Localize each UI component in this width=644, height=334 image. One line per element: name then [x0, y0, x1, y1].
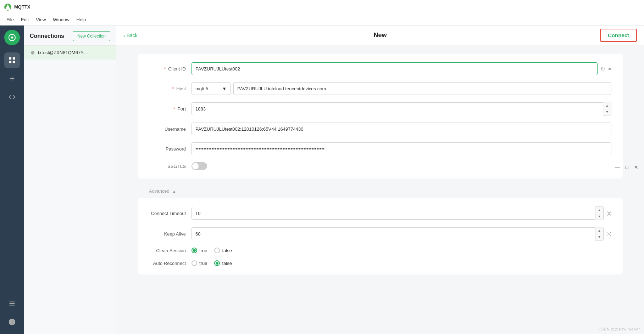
auto-reconnect-row: Auto Reconnect true false	[149, 260, 611, 266]
sidebar-item-add[interactable]	[4, 71, 20, 86]
toggle-knob	[192, 163, 199, 169]
keep-alive-row: Keep Alive ▲ ▼ (s)	[149, 227, 611, 240]
chevron-down-icon: ▼	[222, 86, 227, 91]
app-body: Connections New Collection txtest@ZXN81Q…	[0, 26, 644, 334]
refresh-icon[interactable]: ↻	[600, 66, 605, 72]
clean-session-true-radio[interactable]	[191, 248, 197, 253]
menubar: File Edit View Window Help	[0, 14, 644, 26]
keep-alive-input-group: ▲ ▼	[191, 227, 604, 240]
auto-reconnect-false-option[interactable]: false	[214, 260, 232, 266]
port-input[interactable]	[191, 102, 603, 115]
auto-reconnect-radio-group: true false	[191, 260, 232, 266]
clean-session-false-option[interactable]: false	[214, 248, 232, 253]
password-row: Password	[149, 142, 611, 155]
menu-window[interactable]: Window	[49, 16, 73, 24]
maximize-icon[interactable]: □	[626, 164, 628, 170]
sidebar-item-templates[interactable]	[4, 296, 20, 311]
clean-session-true-label: true	[199, 248, 207, 253]
ssl-tls-toggle[interactable]	[191, 162, 207, 170]
back-label: Back	[127, 33, 138, 38]
app-title: MQTTX	[14, 4, 30, 10]
minimize-icon[interactable]: —	[615, 164, 620, 170]
top-bar: ‹ Back New Connect	[116, 26, 644, 45]
ssl-tls-label: SSL/TLS	[149, 164, 191, 169]
svg-rect-0	[9, 57, 11, 60]
auto-reconnect-false-radio[interactable]	[214, 260, 220, 266]
host-input[interactable]	[233, 82, 611, 95]
advanced-section-header[interactable]: Advanced ▲	[138, 184, 623, 198]
username-label: Username	[149, 126, 191, 132]
new-collection-button[interactable]: New Collection	[73, 31, 110, 41]
password-input[interactable]	[191, 142, 611, 155]
page-title: New	[373, 32, 387, 39]
connect-timeout-input-group: ▲ ▼	[191, 206, 604, 220]
advanced-label: Advanced	[149, 188, 170, 194]
connection-item[interactable]: txtest@ZXN81QM67Y...	[24, 46, 116, 60]
window-controls: — □ ✕	[615, 164, 638, 170]
connect-timeout-increment[interactable]: ▲	[595, 207, 603, 213]
titlebar: MQTTX — □ ✕	[0, 0, 644, 14]
username-row: Username	[149, 123, 611, 135]
port-label: * Port	[149, 106, 191, 112]
auto-reconnect-false-label: false	[222, 261, 232, 266]
icon-sidebar	[0, 26, 24, 334]
clean-session-false-radio[interactable]	[214, 248, 220, 253]
sidebar-item-code[interactable]	[4, 89, 20, 105]
history-icon[interactable]: ●	[608, 66, 611, 72]
ssl-tls-toggle-container	[191, 162, 207, 170]
menu-file[interactable]: File	[3, 16, 17, 24]
advanced-form-section: Connect Timeout ▲ ▼ (s) Keep Alive	[138, 198, 623, 274]
ssl-tls-row: SSL/TLS	[149, 162, 611, 170]
keep-alive-increment[interactable]: ▲	[595, 227, 603, 234]
back-button[interactable]: ‹ Back	[123, 33, 138, 38]
host-row: * Host mqtt:// ▼	[149, 82, 611, 95]
keep-alive-decrement[interactable]: ▼	[595, 234, 603, 240]
connect-timeout-decrement[interactable]: ▼	[595, 213, 603, 220]
connect-timeout-spinners: ▲ ▼	[595, 206, 604, 220]
client-id-label: * Client ID	[149, 66, 191, 72]
advanced-arrow-icon: ▲	[172, 189, 176, 193]
form-area: * Client ID ↻ ● * Host	[116, 45, 644, 334]
basic-form-section: * Client ID ↻ ● * Host	[138, 54, 623, 179]
svg-rect-1	[13, 57, 15, 60]
svg-rect-2	[9, 61, 11, 63]
main-content: ‹ Back New Connect * Client ID ↻	[116, 26, 644, 334]
svg-rect-3	[13, 61, 15, 63]
connection-name: txtest@ZXN81QM67Y...	[38, 50, 87, 55]
client-id-row: * Client ID ↻ ●	[149, 62, 611, 75]
connect-timeout-input[interactable]	[191, 207, 595, 220]
app-logo	[4, 4, 11, 11]
connections-panel: Connections New Collection txtest@ZXN81Q…	[24, 26, 116, 334]
client-id-input-group: ↻ ●	[191, 62, 611, 75]
username-input[interactable]	[191, 123, 611, 135]
host-protocol-select[interactable]: mqtt:// ▼	[191, 82, 231, 95]
sidebar-item-connections[interactable]	[4, 52, 20, 68]
close-icon[interactable]: ✕	[634, 164, 638, 170]
connect-timeout-row: Connect Timeout ▲ ▼ (s)	[149, 206, 611, 220]
connect-timeout-unit: (s)	[606, 211, 611, 216]
watermark: CSDN @@slow_walker	[599, 327, 640, 331]
clean-session-true-option[interactable]: true	[191, 248, 207, 253]
menu-help[interactable]: Help	[73, 16, 90, 24]
clean-session-label: Clean Session	[149, 248, 191, 253]
clean-session-row: Clean Session true false	[149, 248, 611, 253]
menu-edit[interactable]: Edit	[17, 16, 32, 24]
client-id-input[interactable]	[191, 62, 598, 75]
keep-alive-spinners: ▲ ▼	[595, 227, 604, 240]
auto-reconnect-true-radio[interactable]	[191, 260, 197, 266]
back-chevron-icon: ‹	[123, 33, 125, 38]
sidebar-item-info[interactable]	[4, 314, 20, 330]
connection-status-dot	[31, 51, 34, 55]
keep-alive-input[interactable]	[191, 227, 595, 240]
port-input-group: ▲ ▼	[191, 102, 611, 115]
auto-reconnect-label: Auto Reconnect	[149, 261, 191, 266]
auto-reconnect-true-option[interactable]: true	[191, 260, 207, 266]
connect-button[interactable]: Connect	[600, 29, 637, 42]
port-increment-button[interactable]: ▲	[603, 102, 611, 109]
sidebar-logo[interactable]	[4, 30, 20, 45]
connections-header: Connections New Collection	[24, 26, 116, 46]
port-spinners: ▲ ▼	[603, 102, 611, 115]
port-decrement-button[interactable]: ▼	[603, 109, 611, 115]
menu-view[interactable]: View	[32, 16, 49, 24]
clean-session-false-label: false	[222, 248, 232, 253]
